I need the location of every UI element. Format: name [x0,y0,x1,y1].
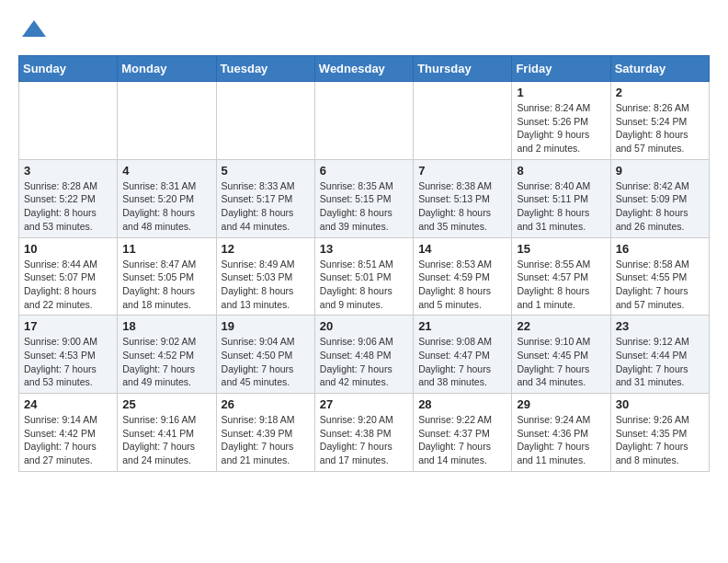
day-number: 13 [320,242,408,256]
day-number: 30 [616,397,704,411]
calendar-cell: 20Sunrise: 9:06 AMSunset: 4:48 PMDayligh… [314,316,413,394]
calendar-cell: 27Sunrise: 9:20 AMSunset: 4:38 PMDayligh… [314,394,413,472]
calendar-cell: 26Sunrise: 9:18 AMSunset: 4:39 PMDayligh… [216,394,314,472]
calendar-table: SundayMondayTuesdayWednesdayThursdayFrid… [18,55,710,472]
header-thursday: Thursday [414,56,512,82]
header-sunday: Sunday [19,56,118,82]
day-number: 22 [517,319,605,333]
day-info: Sunrise: 8:49 AMSunset: 5:03 PMDaylight:… [222,258,310,312]
calendar-cell: 30Sunrise: 9:26 AMSunset: 4:35 PMDayligh… [610,394,709,472]
day-number: 21 [418,319,506,333]
day-info: Sunrise: 8:33 AMSunset: 5:17 PMDaylight:… [222,179,310,234]
calendar-cell: 25Sunrise: 9:16 AMSunset: 4:41 PMDayligh… [118,394,216,472]
day-info: Sunrise: 9:02 AMSunset: 4:52 PMDaylight:… [122,335,210,389]
day-number: 27 [320,397,408,411]
day-number: 20 [320,319,408,333]
svg-marker-0 [22,20,46,37]
header-monday: Monday [118,56,216,82]
day-info: Sunrise: 8:53 AMSunset: 4:59 PMDaylight:… [418,258,506,312]
calendar-week-row: 17Sunrise: 9:00 AMSunset: 4:53 PMDayligh… [19,316,710,394]
day-info: Sunrise: 9:16 AMSunset: 4:41 PMDaylight:… [122,413,210,467]
day-number: 11 [122,242,210,256]
day-info: Sunrise: 8:28 AMSunset: 5:22 PMDaylight:… [24,179,112,234]
day-info: Sunrise: 8:31 AMSunset: 5:20 PMDaylight:… [122,179,210,234]
day-info: Sunrise: 9:08 AMSunset: 4:47 PMDaylight:… [418,335,506,389]
day-info: Sunrise: 9:22 AMSunset: 4:37 PMDaylight:… [418,413,506,467]
calendar-cell: 14Sunrise: 8:53 AMSunset: 4:59 PMDayligh… [414,237,512,316]
calendar-cell: 11Sunrise: 8:47 AMSunset: 5:05 PMDayligh… [118,237,216,316]
day-number: 18 [122,319,210,333]
day-info: Sunrise: 8:51 AMSunset: 5:01 PMDaylight:… [320,258,408,312]
day-number: 6 [320,164,408,178]
day-info: Sunrise: 9:00 AMSunset: 4:53 PMDaylight:… [24,335,112,389]
calendar-cell: 9Sunrise: 8:42 AMSunset: 5:09 PMDaylight… [610,159,709,237]
day-number: 14 [418,242,506,256]
day-number: 24 [24,397,112,411]
header-tuesday: Tuesday [216,56,314,82]
day-number: 23 [616,319,704,333]
day-info: Sunrise: 9:10 AMSunset: 4:45 PMDaylight:… [517,335,605,389]
calendar-cell [118,82,216,160]
calendar-cell [19,82,118,160]
day-info: Sunrise: 9:06 AMSunset: 4:48 PMDaylight:… [320,335,408,389]
calendar-cell: 8Sunrise: 8:40 AMSunset: 5:11 PMDaylight… [512,159,610,237]
day-number: 29 [517,397,605,411]
day-info: Sunrise: 8:47 AMSunset: 5:05 PMDaylight:… [122,258,210,312]
day-info: Sunrise: 8:35 AMSunset: 5:15 PMDaylight:… [320,179,408,234]
calendar-cell: 16Sunrise: 8:58 AMSunset: 4:55 PMDayligh… [610,237,709,316]
calendar-cell: 1Sunrise: 8:24 AMSunset: 5:26 PMDaylight… [512,82,610,160]
day-info: Sunrise: 9:14 AMSunset: 4:42 PMDaylight:… [24,413,112,467]
calendar-cell: 18Sunrise: 9:02 AMSunset: 4:52 PMDayligh… [118,316,216,394]
header-saturday: Saturday [610,56,709,82]
day-info: Sunrise: 9:20 AMSunset: 4:38 PMDaylight:… [320,413,408,467]
day-info: Sunrise: 9:12 AMSunset: 4:44 PMDaylight:… [616,335,704,389]
calendar-week-row: 1Sunrise: 8:24 AMSunset: 5:26 PMDaylight… [19,82,710,160]
day-number: 4 [122,164,210,178]
header [18,18,710,46]
day-info: Sunrise: 8:58 AMSunset: 4:55 PMDaylight:… [616,258,704,312]
day-number: 7 [418,164,506,178]
day-number: 16 [616,242,704,256]
day-info: Sunrise: 9:04 AMSunset: 4:50 PMDaylight:… [222,335,310,389]
calendar-week-row: 3Sunrise: 8:28 AMSunset: 5:22 PMDaylight… [19,159,710,237]
calendar-cell: 10Sunrise: 8:44 AMSunset: 5:07 PMDayligh… [19,237,118,316]
day-info: Sunrise: 9:24 AMSunset: 4:36 PMDaylight:… [517,413,605,467]
logo [18,18,48,46]
calendar-cell: 13Sunrise: 8:51 AMSunset: 5:01 PMDayligh… [314,237,413,316]
day-number: 28 [418,397,506,411]
day-number: 5 [222,164,310,178]
day-info: Sunrise: 8:42 AMSunset: 5:09 PMDaylight:… [616,179,704,234]
day-info: Sunrise: 8:24 AMSunset: 5:26 PMDaylight:… [517,101,605,155]
day-info: Sunrise: 8:55 AMSunset: 4:57 PMDaylight:… [517,258,605,312]
calendar-cell: 29Sunrise: 9:24 AMSunset: 4:36 PMDayligh… [512,394,610,472]
calendar-cell: 4Sunrise: 8:31 AMSunset: 5:20 PMDaylight… [118,159,216,237]
logo-icon [20,18,48,46]
calendar-cell: 17Sunrise: 9:00 AMSunset: 4:53 PMDayligh… [19,316,118,394]
day-info: Sunrise: 8:40 AMSunset: 5:11 PMDaylight:… [517,179,605,234]
calendar-cell: 12Sunrise: 8:49 AMSunset: 5:03 PMDayligh… [216,237,314,316]
day-info: Sunrise: 8:26 AMSunset: 5:24 PMDaylight:… [616,101,704,155]
day-number: 12 [222,242,310,256]
calendar-cell: 28Sunrise: 9:22 AMSunset: 4:37 PMDayligh… [414,394,512,472]
calendar-cell: 23Sunrise: 9:12 AMSunset: 4:44 PMDayligh… [610,316,709,394]
day-number: 8 [517,164,605,178]
header-wednesday: Wednesday [314,56,413,82]
day-info: Sunrise: 9:26 AMSunset: 4:35 PMDaylight:… [616,413,704,467]
day-number: 19 [222,319,310,333]
calendar-cell [216,82,314,160]
calendar-cell: 5Sunrise: 8:33 AMSunset: 5:17 PMDaylight… [216,159,314,237]
day-number: 15 [517,242,605,256]
day-number: 1 [517,86,605,99]
day-number: 2 [616,86,704,99]
day-number: 10 [24,242,112,256]
calendar-cell [314,82,413,160]
calendar-week-row: 10Sunrise: 8:44 AMSunset: 5:07 PMDayligh… [19,237,710,316]
day-info: Sunrise: 8:44 AMSunset: 5:07 PMDaylight:… [24,258,112,312]
day-number: 17 [24,319,112,333]
calendar-cell: 7Sunrise: 8:38 AMSunset: 5:13 PMDaylight… [414,159,512,237]
calendar-cell: 19Sunrise: 9:04 AMSunset: 4:50 PMDayligh… [216,316,314,394]
calendar-header-row: SundayMondayTuesdayWednesdayThursdayFrid… [19,56,710,82]
calendar-cell: 24Sunrise: 9:14 AMSunset: 4:42 PMDayligh… [19,394,118,472]
calendar-cell: 3Sunrise: 8:28 AMSunset: 5:22 PMDaylight… [19,159,118,237]
day-info: Sunrise: 9:18 AMSunset: 4:39 PMDaylight:… [222,413,310,467]
